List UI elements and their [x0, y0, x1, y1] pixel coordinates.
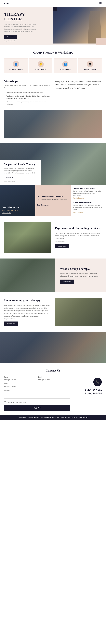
contact-form-layout: Name Email Phone Message I accept the Te…: [4, 376, 102, 412]
what-is-group-content: What is Group Therapy? Sample text. Lore…: [57, 263, 102, 288]
col-private: Looking for a private space? We have fax…: [71, 185, 106, 216]
individual-therapy-icon: 👤: [13, 61, 19, 67]
understanding-section: Understanding group therapy Ut enim ad m…: [0, 292, 106, 332]
hero-left: THERAPY CENTER SampleText Click to selec…: [0, 7, 53, 45]
contact-terms-row: I accept the Terms of Services: [4, 402, 70, 403]
understanding-text: Ut enim ad minim veniam, quis nostrud ex…: [4, 304, 51, 317]
contact-title: Contact Us: [4, 369, 102, 372]
workshops-right: Both groups and workshops are powerful t…: [55, 80, 102, 90]
logo: logo: [4, 2, 10, 4]
group-back-block: Group Therapy is back! The Counseling Ce…: [73, 202, 104, 214]
workshops-list-item-1: Mostly focused on the development of eve…: [4, 91, 51, 94]
workshops-section: Workshops Setting brand and digital stra…: [0, 78, 106, 110]
family-therapy-icon: 👨‍👩‍👧: [87, 61, 93, 67]
workshops-list-item-3: There is no necessary screening drop-in …: [4, 100, 51, 106]
child-therapy-label: Child Therapy: [36, 69, 46, 70]
couples-title: Couples and Family Therapy: [4, 163, 37, 166]
what-is-group-section: What is Group Therapy? Sample text. Lore…: [0, 258, 106, 292]
hero-image-credit: Image from Freepik: [4, 40, 50, 42]
contact-phone-label: Phone: [4, 383, 70, 384]
private-space-block: Looking for a private space? We have fax…: [73, 187, 104, 199]
workshops-desc: Setting brand and digital strategies tha…: [4, 84, 51, 89]
private-link[interactable]: Tips for Zooming: [73, 197, 84, 199]
crisis-phone: +1 (22)-right and press: [2, 209, 33, 211]
what-is-group-title: What is Group Therapy?: [60, 267, 98, 271]
therapy-card-individual: 👤 Individual Therapy: [4, 58, 28, 73]
hero-image-area: [53, 7, 106, 45]
hero-peach-accent: [96, 38, 106, 45]
col-peer: Just need someone to listen? Try a Peer …: [35, 185, 71, 216]
understanding-image: [55, 298, 102, 326]
workshops-list-item-2: Workshops tend to be intermittent and ta…: [4, 94, 51, 100]
hamburger-icon[interactable]: ☰: [99, 2, 102, 5]
workshops-right-text: Both groups and workshops are powerful t…: [55, 80, 102, 90]
contact-message-input[interactable]: [4, 392, 70, 399]
psychology-section: Psychology and Counselling Services Duis…: [0, 216, 106, 258]
contact-name-input[interactable]: [4, 378, 36, 381]
footer: Copyright 2022. All rights reserved. Cli…: [0, 415, 106, 420]
therapy-card-family: 👨‍👩‍👧 Family Therapy: [78, 58, 102, 73]
group-back-link[interactable]: Try our Groups!: [73, 212, 84, 213]
understanding-content: Understanding group therapy Ut enim ad m…: [4, 298, 51, 326]
crisis-link[interactable]: Crisis Services: [2, 212, 11, 214]
couples-credit: Image from Freepik: [4, 180, 37, 182]
phone-number-2: 1 (234) 987-654: [74, 392, 102, 395]
workshops-image-block: [4, 110, 102, 138]
three-column-section: Need help right now? +1 (22)-right and p…: [0, 185, 106, 216]
hero-learn-more-button[interactable]: learn more: [4, 35, 17, 39]
group-therapy-icon: 👥: [62, 61, 68, 67]
psychology-image: [4, 222, 51, 253]
group-therapy-workshops-section: Group Therapy & Workshops 👤 Individual T…: [0, 45, 106, 78]
workshops-left: Workshops Setting brand and digital stra…: [4, 80, 51, 106]
what-is-group-image: [0, 258, 55, 292]
understanding-learn-more-button[interactable]: learn more: [4, 322, 18, 326]
contact-name-group: Name Email: [4, 376, 70, 381]
couples-text: Lorem offciam cuius. Lorem ipsum dolor s…: [4, 168, 37, 174]
contact-phone-group: Phone: [4, 383, 70, 388]
understanding-title: Understanding group therapy: [4, 298, 51, 302]
what-is-group-text: Sample text. Lorem ipsum dolor sit amet,…: [60, 272, 98, 277]
contact-phone-input[interactable]: [4, 385, 70, 388]
therapy-card-child: 👶 Child Therapy: [29, 58, 52, 73]
peer-title: Just need someone to listen?: [37, 195, 69, 198]
psychology-content: Psychology and Counselling Services Duis…: [55, 226, 102, 248]
peer-link[interactable]: Peer Counselors: [37, 204, 69, 206]
therapy-card-group: 👥 Group Therapy: [54, 58, 77, 73]
couples-section: Couples and Family Therapy Lorem offciam…: [0, 143, 106, 185]
contact-form-fields: Name Email Phone Message I accept the Te…: [4, 376, 70, 412]
contact-section: Contact Us Name Email Phone Message: [0, 363, 106, 415]
group-back-title: Group Therapy is back!: [73, 202, 104, 204]
footer-text: Copyright 2022. All rights reserved. Cli…: [3, 417, 103, 418]
psychology-credit: Image from Freepik: [55, 241, 102, 242]
therapy-cards-container: 👤 Individual Therapy 👶 Child Therapy 👥 G…: [4, 58, 102, 76]
contact-email-input[interactable]: [38, 378, 70, 381]
contact-submit-button[interactable]: SUBMIT: [4, 405, 70, 411]
contact-message-label: Message: [4, 390, 70, 391]
psychology-text: Duis aute irure dolor in reprehenderit i…: [55, 232, 102, 240]
child-therapy-icon: 👶: [38, 61, 44, 67]
psychology-learn-more-button[interactable]: learn more: [55, 244, 69, 248]
contact-terms-text: I accept the Terms of Services: [7, 402, 26, 403]
group-therapy-section-title: Group Therapy & Workshops: [4, 51, 102, 54]
group-back-text: The Counseling Center has a wide variety…: [73, 204, 104, 210]
contact-terms-checkbox[interactable]: [4, 402, 6, 403]
phone-circle-icon: 📞: [93, 378, 102, 386]
individual-therapy-label: Individual Therapy: [9, 69, 23, 70]
psychology-title: Psychology and Counselling Services: [55, 226, 102, 230]
understanding-credit: Image from Freepik: [4, 318, 51, 320]
contact-phone-info: 📞 1 (234) 567-891 1 (234) 987-654: [74, 376, 102, 395]
contact-name-label: Name: [4, 376, 36, 378]
hero-dark-accent: [53, 7, 57, 11]
phone-number-1: 1 (234) 567-891: [74, 388, 102, 391]
couples-learn-more-button[interactable]: learn more: [4, 176, 16, 180]
couples-overlay-card: Couples and Family Therapy Lorem offciam…: [0, 160, 41, 185]
crisis-title: Need help right now?: [2, 206, 33, 208]
contact-message-group: Message: [4, 390, 70, 399]
large-image-section: [0, 332, 106, 363]
navigation: logo ☰: [0, 0, 106, 7]
private-title: Looking for a private space?: [73, 187, 104, 190]
hero-title: THERAPY CENTER: [4, 12, 50, 21]
what-is-group-learn-more-button[interactable]: learn more: [60, 280, 74, 284]
hero-body-text: SampleText Click to select the text box.…: [4, 23, 37, 33]
group-therapy-label: Group Therapy: [60, 69, 71, 70]
